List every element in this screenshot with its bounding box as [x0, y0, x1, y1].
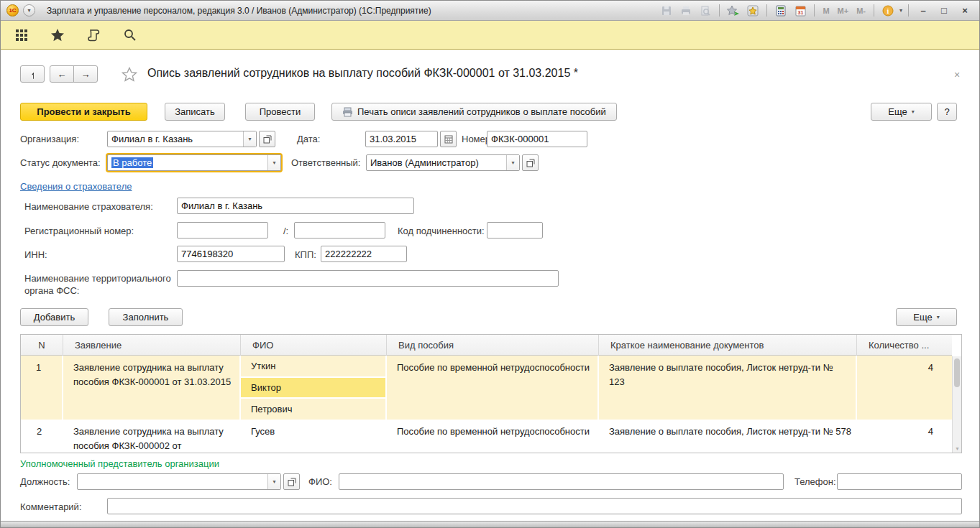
position-combo[interactable]: ▾ — [77, 473, 281, 490]
organization-open-button[interactable] — [259, 131, 275, 147]
info-icon[interactable]: i — [880, 4, 896, 18]
table-row[interactable]: 1 Заявление сотрудника на выплату пособи… — [21, 356, 952, 420]
fio-line[interactable]: Уткин — [241, 356, 385, 376]
maximize-button[interactable]: □ — [935, 4, 953, 18]
inn-label: ИНН: — [24, 249, 47, 260]
kpp-input[interactable] — [321, 246, 407, 262]
responsible-combo[interactable]: Иванов (Администратор) ▾ — [366, 154, 520, 171]
history-nav: ← → — [50, 65, 98, 83]
close-form-icon[interactable]: × — [954, 69, 960, 80]
menu-grid-icon[interactable] — [12, 26, 31, 45]
cell-n[interactable]: 2 — [21, 420, 63, 453]
comment-label: Комментарий: — [20, 501, 82, 512]
column-header-application[interactable]: Заявление — [63, 335, 241, 356]
scrollbar-down-icon[interactable]: ▼ — [955, 446, 960, 451]
organization-combo[interactable]: Филиал в г. Казань ▾ — [107, 131, 257, 147]
post-and-close-button[interactable]: Провести и закрыть — [20, 103, 147, 121]
cell-benefit[interactable]: Пособие по временной нетрудоспособности — [387, 420, 599, 453]
phone-input[interactable] — [837, 473, 962, 490]
1c-logo-icon: 1С — [6, 4, 19, 17]
info-dropdown-icon[interactable]: ▾ — [899, 7, 902, 14]
search-icon[interactable] — [120, 26, 139, 45]
help-button[interactable]: ? — [937, 103, 957, 121]
cell-fio[interactable]: Уткин Виктор Петрович — [241, 356, 387, 420]
close-window-button[interactable]: × — [956, 4, 974, 18]
system-menu-button[interactable]: ▾ — [23, 4, 35, 17]
print-preview-icon[interactable] — [697, 4, 713, 18]
responsible-value: Иванов (Администратор) — [367, 155, 506, 170]
column-header-benefit[interactable]: Вид пособия — [387, 335, 599, 356]
cell-documents[interactable]: Заявление о выплате пособия, Листок нетр… — [599, 356, 857, 420]
inn-input[interactable] — [177, 246, 285, 262]
comment-input[interactable] — [107, 498, 962, 514]
table-more-label: Еще — [913, 312, 932, 323]
print-button[interactable]: Печать описи заявлений сотрудников о вып… — [331, 103, 617, 121]
insurer-section-link[interactable]: Сведения о страхователе — [20, 181, 132, 192]
save-icon[interactable] — [659, 4, 674, 18]
minimize-button[interactable]: – — [915, 4, 932, 18]
favorites-star-icon[interactable] — [48, 26, 67, 45]
table-more-button[interactable]: Еще ▾ — [896, 308, 957, 326]
column-header-documents[interactable]: Краткое наименование документов — [599, 335, 857, 356]
scrollbar-thumb[interactable] — [954, 358, 960, 387]
responsible-open-button[interactable] — [522, 154, 539, 171]
add-row-button[interactable]: Добавить — [20, 308, 88, 326]
reg-number-input[interactable] — [177, 222, 268, 238]
column-header-quantity[interactable]: Количество ... — [857, 335, 952, 356]
forward-button[interactable]: → — [73, 65, 98, 83]
titlebar-separator — [766, 4, 767, 17]
cell-n[interactable]: 1 — [21, 356, 63, 420]
date-input[interactable] — [365, 131, 438, 147]
print-icon[interactable] — [678, 4, 694, 18]
subordination-code-input[interactable] — [487, 222, 543, 238]
calendar-picker-button[interactable] — [440, 131, 457, 147]
rep-fio-input[interactable] — [339, 473, 784, 490]
cell-application[interactable]: Заявление сотрудника на выплату пособия … — [63, 420, 241, 453]
cell-quantity[interactable]: 4 — [857, 420, 952, 453]
reg-number-input-2[interactable] — [294, 222, 385, 238]
chevron-down-icon[interactable]: ▾ — [243, 131, 256, 147]
cell-application[interactable]: Заявление сотрудника на выплату пособия … — [63, 356, 241, 420]
cell-fio[interactable]: Гусев — [241, 420, 387, 453]
cell-documents[interactable]: Заявление о выплате пособия, Листок нетр… — [599, 420, 857, 453]
insurer-name-input[interactable] — [177, 198, 414, 214]
fio-line-active-cell[interactable]: Виктор — [241, 378, 385, 397]
add-to-favorites-icon[interactable] — [725, 4, 741, 18]
calendar-icon[interactable]: 31 — [792, 4, 808, 18]
memory-m-minus-button[interactable]: M- — [854, 6, 868, 15]
status-combo[interactable]: В работе ▾ — [107, 154, 281, 171]
more-button[interactable]: Еще ▾ — [871, 103, 932, 121]
fss-org-input[interactable] — [177, 270, 559, 287]
table-scrollbar[interactable]: ▼ — [952, 356, 961, 453]
save-button[interactable]: Записать — [165, 103, 225, 121]
favorite-toggle-icon[interactable] — [122, 67, 137, 82]
memory-m-button[interactable]: M — [820, 6, 831, 15]
print-button-label: Печать описи заявлений сотрудников о вып… — [357, 106, 606, 117]
calculator-icon[interactable] — [773, 4, 789, 18]
chevron-down-icon[interactable]: ▾ — [267, 155, 280, 170]
date-field — [365, 131, 457, 147]
titlebar-separator — [814, 4, 815, 17]
fill-button[interactable]: Заполнить — [109, 308, 183, 326]
cell-benefit[interactable]: Пособие по временной нетрудоспособности — [387, 356, 599, 420]
fio-line[interactable]: Петрович — [241, 399, 385, 420]
column-header-n[interactable]: N — [21, 335, 63, 356]
cell-quantity[interactable]: 4 — [857, 356, 952, 420]
chevron-down-icon[interactable]: ▾ — [506, 155, 519, 170]
table-row[interactable]: 2 Заявление сотрудника на выплату пособи… — [21, 420, 952, 453]
table-header: N Заявление ФИО Вид пособия Краткое наим… — [21, 335, 952, 356]
history-icon[interactable] — [84, 26, 103, 45]
post-button[interactable]: Провести — [245, 103, 315, 121]
column-header-fio[interactable]: ФИО — [241, 335, 387, 356]
position-value — [78, 474, 267, 489]
home-button[interactable] — [20, 65, 45, 83]
chevron-down-icon[interactable]: ▾ — [267, 474, 280, 489]
responsible-field: Иванов (Администратор) ▾ — [366, 154, 539, 171]
representative-section-link[interactable]: Уполномоченный представитель организации — [20, 458, 219, 469]
number-input[interactable] — [487, 131, 587, 147]
back-button[interactable]: ← — [50, 65, 74, 83]
memory-m-plus-button[interactable]: M+ — [835, 6, 851, 15]
titlebar-separator — [874, 4, 874, 17]
position-open-button[interactable] — [283, 473, 300, 490]
favorites-icon[interactable] — [745, 4, 761, 18]
